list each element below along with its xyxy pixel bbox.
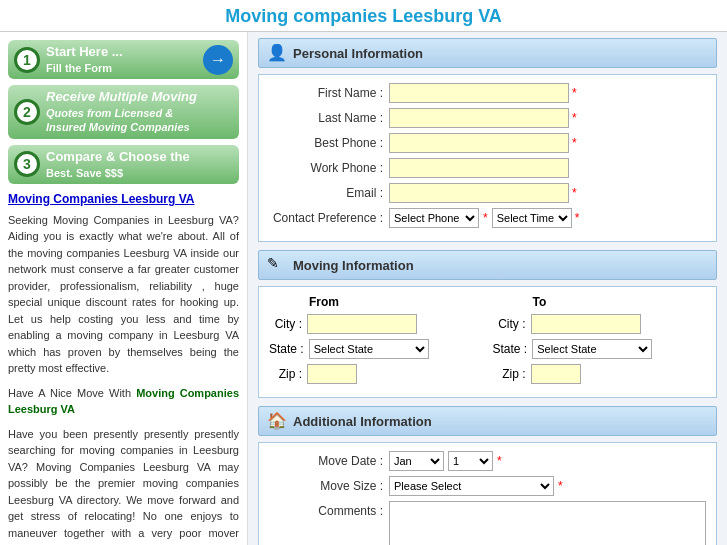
step-3: 3 Compare & Choose the Best. Save $$$ [8,145,239,184]
sidebar-para3: Have you been presently presently presen… [8,426,239,545]
move-size-label: Move Size : [269,479,389,493]
step-1-arrow[interactable]: → [203,45,233,75]
sidebar-para1: Seeking Moving Companies in Leesburg VA?… [8,212,239,377]
from-label: From [309,295,483,309]
from-zip-row: Zip : [269,364,483,384]
move-size-row: Move Size : Please Select Studio/1BR Apt… [269,476,706,496]
step-1-number: 1 [14,47,40,73]
comments-row: Comments : [269,501,706,545]
from-state-row: State : Select State Virginia Maryland [269,339,483,359]
step-2-number: 2 [14,99,40,125]
last-name-label: Last Name : [269,111,389,125]
from-zip-input[interactable] [307,364,357,384]
additional-section: Move Date : JanFebMarApr MayJunJulAug Se… [258,442,717,545]
personal-section-title: Personal Information [293,46,423,61]
move-size-select[interactable]: Please Select Studio/1BR Apt 2-3 BR Apt/… [389,476,554,496]
contact-time-select[interactable]: Select Time Morning Afternoon Evening [492,208,572,228]
page-title: Moving companies Leesburg VA [0,0,727,32]
from-city-input[interactable] [307,314,417,334]
move-date-required: * [497,454,502,468]
sidebar: 1 Start Here ... Fill the Form → 2 Recei… [0,32,248,545]
first-name-label: First Name : [269,86,389,100]
to-label: To [533,295,707,309]
move-month-select[interactable]: JanFebMarApr MayJunJulAug SepOctNovDec [389,451,444,471]
to-zip-input[interactable] [531,364,581,384]
to-zip-row: Zip : [493,364,707,384]
work-phone-row: Work Phone : [269,158,706,178]
contact-phone-required: * [483,211,488,225]
moving-section: From City : State : Select State Virgini… [258,286,717,398]
to-zip-label: Zip : [493,367,531,381]
contact-phone-select[interactable]: Select Phone Home Phone Work Phone Cell … [389,208,479,228]
comments-label: Comments : [269,501,389,518]
step-1: 1 Start Here ... Fill the Form → [8,40,239,79]
pencil-icon: ✎ [267,255,287,275]
work-phone-input[interactable] [389,158,569,178]
to-state-select[interactable]: Select State Virginia Maryland [532,339,652,359]
contact-pref-label: Contact Preference : [269,211,389,225]
additional-section-title: Additional Information [293,414,432,429]
first-name-input[interactable] [389,83,569,103]
from-state-select[interactable]: Select State Virginia Maryland [309,339,429,359]
from-zip-label: Zip : [269,367,307,381]
to-state-row: State : Select State Virginia Maryland [493,339,707,359]
best-phone-label: Best Phone : [269,136,389,150]
step-2-text: Receive Multiple Moving Quotes from Lice… [40,89,233,134]
best-phone-input[interactable] [389,133,569,153]
to-city-row: City : [493,314,707,334]
from-city-row: City : [269,314,483,334]
personal-section: First Name : * Last Name : * Best Phone … [258,74,717,242]
best-phone-required: * [572,136,577,150]
step-3-text: Compare & Choose the Best. Save $$$ [40,149,233,180]
moving-from-col: From City : State : Select State Virgini… [269,295,483,389]
sidebar-para2: Have A Nice Move With Moving Companies L… [8,385,239,418]
email-label: Email : [269,186,389,200]
from-state-label: State : [269,342,309,356]
comments-textarea[interactable] [389,501,706,545]
move-size-required: * [558,479,563,493]
move-date-row: Move Date : JanFebMarApr MayJunJulAug Se… [269,451,706,471]
move-date-label: Move Date : [269,454,389,468]
step-1-text: Start Here ... Fill the Form [40,44,203,75]
contact-pref-row: Contact Preference : Select Phone Home P… [269,208,706,228]
house-icon: 🏠 [267,411,287,431]
email-row: Email : * [269,183,706,203]
email-input[interactable] [389,183,569,203]
sidebar-para2-link[interactable]: Moving Companies Leesburg VA [8,387,239,416]
to-state-label: State : [493,342,533,356]
step-3-number: 3 [14,151,40,177]
first-name-row: First Name : * [269,83,706,103]
moving-section-header: ✎ Moving Information [258,250,717,280]
last-name-required: * [572,111,577,125]
step-2: 2 Receive Multiple Moving Quotes from Li… [8,85,239,138]
moving-to-col: To City : State : Select State Virginia … [493,295,707,389]
last-name-input[interactable] [389,108,569,128]
to-city-input[interactable] [531,314,641,334]
move-day-select[interactable]: 12345 678910 1112131415 1617181920 21222… [448,451,493,471]
form-panel: 👤 Personal Information First Name : * La… [248,32,727,545]
email-required: * [572,186,577,200]
contact-time-required: * [575,211,580,225]
best-phone-row: Best Phone : * [269,133,706,153]
last-name-row: Last Name : * [269,108,706,128]
sidebar-link[interactable]: Moving Companies Leesburg VA [8,192,239,206]
additional-section-header: 🏠 Additional Information [258,406,717,436]
to-city-label: City : [493,317,531,331]
first-name-required: * [572,86,577,100]
personal-section-header: 👤 Personal Information [258,38,717,68]
work-phone-label: Work Phone : [269,161,389,175]
moving-section-title: Moving Information [293,258,414,273]
person-icon: 👤 [267,43,287,63]
from-city-label: City : [269,317,307,331]
